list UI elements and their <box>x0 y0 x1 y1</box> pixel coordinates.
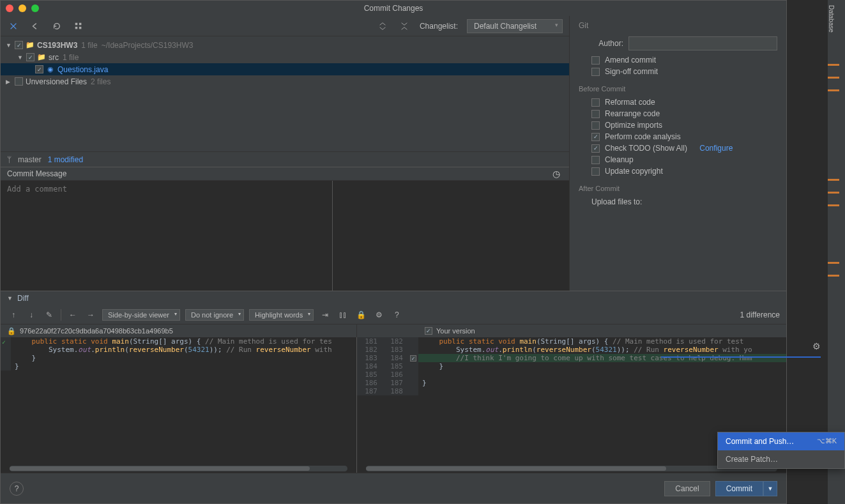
tree-name: Unversioned Files <box>26 77 87 86</box>
marker-stripe <box>828 64 839 66</box>
history-icon[interactable]: ◷ <box>550 167 563 180</box>
author-label: Author: <box>591 39 623 48</box>
before-commit-label: Before Commit <box>579 85 777 93</box>
svg-rect-0 <box>75 22 78 25</box>
checkbox[interactable] <box>15 77 23 86</box>
commit-message-secondary[interactable] <box>333 181 569 291</box>
branch-icon: ᛘ <box>7 155 11 164</box>
tree-file-row[interactable]: ◉ Questions.java <box>1 63 569 75</box>
optimize-checkbox[interactable] <box>591 121 600 130</box>
revert-icon[interactable] <box>29 20 42 33</box>
configure-link[interactable]: Configure <box>699 144 733 153</box>
commit-dropdown-caret[interactable]: ▼ <box>763 481 777 496</box>
tree-name: src <box>49 53 59 62</box>
diff-left-pane[interactable]: ✓ public static void main(String[] args)… <box>1 337 357 473</box>
marker-stripe <box>828 204 839 206</box>
next-diff-icon[interactable]: ↓ <box>25 309 38 321</box>
svg-rect-3 <box>79 26 82 29</box>
diff-section-label[interactable]: Diff <box>17 294 29 303</box>
collapse-all-icon[interactable] <box>398 20 411 33</box>
marker-stripe <box>828 77 839 79</box>
changelist-dropdown[interactable]: Default Changelist <box>467 19 563 33</box>
collapse-unchanged-icon[interactable]: ⇥ <box>319 309 331 321</box>
svg-rect-1 <box>75 26 78 29</box>
commit-and-push-item[interactable]: Commit and Push…⌥⌘K <box>718 432 844 450</box>
right-revision-label: Your version <box>436 327 475 335</box>
tree-name: CS193HW3 <box>37 41 77 50</box>
h-scrollbar[interactable] <box>366 466 777 471</box>
commit-button[interactable]: Commit <box>715 481 763 496</box>
file-tree[interactable]: ▼ 📁 CS193HW3 1 file ~/IdeaProjects/CS193… <box>1 36 569 151</box>
refresh-icon[interactable] <box>50 20 63 33</box>
amend-checkbox[interactable] <box>591 56 600 65</box>
settings-icon[interactable]: ⚙ <box>372 309 385 321</box>
database-tab[interactable]: Database <box>826 1 836 36</box>
help-button[interactable]: ? <box>10 482 24 496</box>
after-commit-label: After Commit <box>579 185 777 192</box>
group-by-icon[interactable] <box>72 20 85 33</box>
gear-icon[interactable]: ⚙ <box>812 341 821 351</box>
signoff-label: Sign-off commit <box>605 67 658 76</box>
changelist-label: Changelist: <box>420 22 458 31</box>
signoff-checkbox[interactable] <box>591 68 600 76</box>
viewer-mode-dropdown[interactable]: Side-by-side viewer <box>102 309 180 321</box>
ignore-dropdown[interactable]: Do not ignore <box>185 309 244 321</box>
java-file-icon: ◉ <box>46 65 55 74</box>
editable-checkbox[interactable] <box>425 327 432 335</box>
h-scrollbar[interactable] <box>10 466 347 471</box>
create-patch-item[interactable]: Create Patch… <box>718 450 844 468</box>
branch-name: master <box>18 155 42 164</box>
reformat-checkbox[interactable] <box>591 98 600 107</box>
cancel-button[interactable]: Cancel <box>664 481 710 496</box>
commit-actions-popup: Commit and Push…⌥⌘K Create Patch… <box>717 432 845 469</box>
selection-highlight <box>661 356 821 358</box>
checkbox[interactable] <box>15 41 23 49</box>
rearrange-checkbox[interactable] <box>591 110 600 118</box>
checkbox[interactable] <box>35 65 43 73</box>
commit-message-label: Commit Message <box>7 169 66 178</box>
forward-icon[interactable]: → <box>84 309 97 321</box>
folder-icon: 📁 <box>26 41 34 50</box>
diff-count: 1 difference <box>740 310 780 319</box>
copyright-checkbox[interactable] <box>591 167 600 176</box>
commit-message-input[interactable] <box>1 181 333 291</box>
window-title: Commit Changes <box>364 4 423 13</box>
cleanup-checkbox[interactable] <box>591 156 600 164</box>
right-tool-gutter: Database <box>827 0 845 504</box>
todo-checkbox[interactable] <box>591 144 600 153</box>
tree-name: Questions.java <box>57 65 108 74</box>
author-input[interactable] <box>628 36 777 50</box>
prev-diff-icon[interactable]: ↑ <box>7 309 20 321</box>
sync-scroll-icon[interactable]: ⫿⫿ <box>337 309 349 321</box>
maximize-window-button[interactable] <box>31 4 39 12</box>
svg-rect-2 <box>79 22 82 25</box>
back-icon[interactable]: ← <box>66 309 79 321</box>
marker-stripe <box>828 179 839 181</box>
left-revision-hash: 976e22a0f27c20c9dbda6a70498b63cb1a4969b5 <box>20 327 173 335</box>
help-icon[interactable]: ? <box>390 309 403 321</box>
tree-project-row[interactable]: ▼ 📁 CS193HW3 1 file ~/IdeaProjects/CS193… <box>1 39 569 51</box>
lock-icon[interactable]: 🔒 <box>354 309 367 321</box>
show-diff-icon[interactable] <box>7 20 20 33</box>
marker-stripe <box>828 275 839 277</box>
readonly-icon: 🔒 <box>7 327 16 335</box>
edit-diff-icon[interactable]: ✎ <box>43 309 56 321</box>
upload-label: Upload files to: <box>591 197 642 206</box>
folder-icon: 📁 <box>37 53 46 62</box>
close-window-button[interactable] <box>6 4 13 12</box>
tree-src-row[interactable]: ▼ 📁 src 1 file <box>1 51 569 63</box>
expand-all-icon[interactable] <box>376 20 389 33</box>
tree-unversioned-row[interactable]: ▶ Unversioned Files 2 files <box>1 75 569 88</box>
highlight-dropdown[interactable]: Highlight words <box>249 309 314 321</box>
marker-stripe <box>828 262 839 264</box>
titlebar: Commit Changes <box>1 1 786 16</box>
checkbox[interactable] <box>26 53 34 61</box>
amend-label: Amend commit <box>605 56 656 65</box>
modified-count[interactable]: 1 modified <box>48 155 83 164</box>
minimize-window-button[interactable] <box>19 4 26 12</box>
marker-stripe <box>828 192 839 194</box>
analysis-checkbox[interactable] <box>591 133 600 141</box>
check-mark-icon: ✓ <box>2 339 6 346</box>
marker-stripe <box>828 89 839 91</box>
git-section-label: Git <box>579 21 777 30</box>
